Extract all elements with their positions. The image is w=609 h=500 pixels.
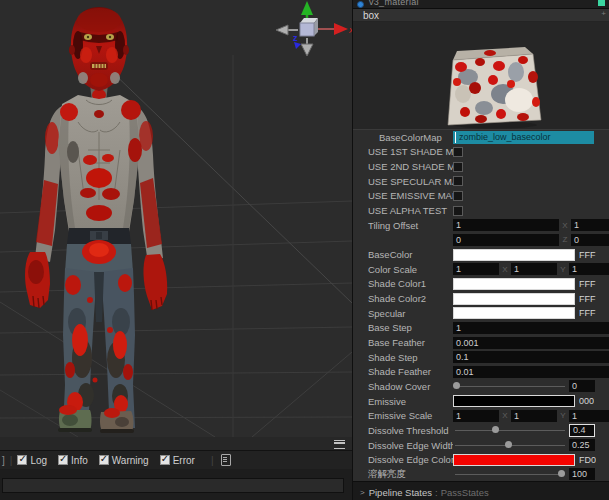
property-row-basecolor: BaseColor FFF: [353, 247, 609, 262]
check-icon: ✓: [18, 453, 26, 464]
property-list: BaseColorMap zombie_low_basecolor USE 1S…: [353, 129, 609, 482]
emissive-scale-y-field[interactable]: 1: [511, 410, 557, 422]
color-scale-y-field[interactable]: 1: [511, 263, 557, 275]
base-feather-field[interactable]: 0.001: [453, 337, 609, 349]
filter-log[interactable]: ✓ Log: [17, 455, 47, 466]
property-label: USE EMISSIVE MAP: [353, 190, 453, 201]
property-label: Base Step: [353, 322, 453, 333]
separator: |: [10, 455, 13, 466]
filter-error[interactable]: ✓ Error: [160, 455, 195, 466]
tiling-z-field[interactable]: 0: [453, 234, 559, 246]
dissolve-brightness-slider[interactable]: [453, 468, 567, 480]
dissolve-brightness-value[interactable]: 100: [569, 468, 595, 480]
pipeline-states-value: PassStates: [441, 487, 489, 498]
property-row-use-alpha-test: USE ALPHA TEST: [353, 203, 609, 218]
check-icon: ✓: [161, 453, 169, 464]
property-row-dissolve-threshold: Dissolve Threshold 0.4: [353, 423, 609, 438]
property-label: USE SPECULAR MAP: [353, 176, 453, 187]
material-editor-window: x z ] | ✓ Log ✓ Info ✓ Warning: [0, 0, 609, 500]
base-step-field[interactable]: 1: [453, 322, 609, 334]
object-name: box: [353, 10, 379, 21]
info-checkbox[interactable]: ✓: [58, 455, 68, 465]
menu-icon[interactable]: [334, 440, 345, 449]
property-row-shade-feather: Shade Feather 0.01: [353, 365, 609, 380]
chevron-right-icon[interactable]: >: [360, 488, 365, 497]
shade-color2-swatch[interactable]: [453, 293, 575, 305]
log-checkbox[interactable]: ✓: [17, 455, 27, 465]
shadow-cover-value[interactable]: 0: [569, 380, 595, 392]
emissive-scale-x-field[interactable]: 1: [453, 410, 499, 422]
property-label: Dissolve Threshold: [353, 425, 453, 436]
expand-icon[interactable]: +: [601, 9, 606, 18]
hex-value: FFF: [579, 308, 596, 318]
property-label: Shade Step: [353, 352, 453, 363]
filter-info[interactable]: ✓ Info: [58, 455, 88, 466]
axis-label-y: Y: [557, 411, 569, 420]
property-row-dissolve-edge-color: Dissolve Edge Color FD0: [353, 452, 609, 467]
use-2nd-shade-map-checkbox[interactable]: [453, 162, 463, 172]
texture-field[interactable]: zombie_low_basecolor: [453, 131, 594, 144]
pipeline-separator: :: [435, 487, 438, 498]
property-row-shade-color2: Shade Color2 FFF: [353, 291, 609, 306]
filter-warning[interactable]: ✓ Warning: [99, 455, 149, 466]
material-sphere-icon: [357, 1, 364, 8]
property-label: Shade Feather: [353, 366, 453, 377]
material-preview[interactable]: [353, 22, 609, 130]
property-row-emissive: Emissive 000: [353, 394, 609, 409]
dissolve-threshold-value[interactable]: 0.4: [569, 424, 595, 437]
basecolor-swatch[interactable]: [453, 249, 575, 261]
shadow-cover-slider[interactable]: [453, 380, 567, 392]
console-input[interactable]: [2, 478, 344, 493]
shade-color1-swatch[interactable]: [453, 278, 575, 290]
hex-value: 000: [579, 396, 594, 406]
log-file-icon[interactable]: [221, 454, 231, 466]
property-row-dissolve-brightness: 溶解亮度 100: [353, 467, 609, 482]
console-panel: ] | ✓ Log ✓ Info ✓ Warning ✓ Error |: [0, 437, 352, 500]
warning-checkbox[interactable]: ✓: [99, 455, 109, 465]
error-checkbox[interactable]: ✓: [160, 455, 170, 465]
property-row-tiling-offset-2: 0 Z 0: [353, 233, 609, 248]
property-row-use-2nd-shade-map: USE 2ND SHADE MAP: [353, 159, 609, 174]
tiling-x-field[interactable]: 1: [453, 219, 559, 231]
axis-label-x: X: [559, 221, 571, 230]
tiling-z2-field[interactable]: 0: [571, 234, 609, 246]
object-header[interactable]: box +: [353, 8, 609, 22]
shade-step-field[interactable]: 0.1: [453, 351, 609, 363]
viewport-3d[interactable]: x z: [0, 0, 352, 437]
axis-label-y: Y: [557, 265, 569, 274]
dissolve-edge-width-slider[interactable]: [453, 439, 567, 451]
filter-warning-label: Warning: [112, 455, 149, 466]
color-scale-x-field[interactable]: 1: [453, 263, 499, 275]
shade-feather-field[interactable]: 0.01: [453, 366, 609, 378]
dissolve-threshold-slider[interactable]: [453, 424, 567, 436]
use-1st-shade-map-checkbox[interactable]: [453, 147, 463, 157]
gizmo-center-cube: [300, 23, 314, 36]
pipeline-section: > Pipeline States : PassStates: [353, 481, 609, 500]
dissolve-edge-width-value[interactable]: 0.25: [569, 439, 595, 451]
axis-label-x: X: [499, 265, 511, 274]
property-label: 溶解亮度: [353, 468, 453, 481]
material-preview-cube: [353, 22, 609, 129]
emissive-scale-z-field[interactable]: 1: [569, 410, 609, 422]
asset-tab[interactable]: v3_material: [353, 0, 609, 8]
emissive-swatch[interactable]: [453, 395, 575, 407]
property-row-basecolormap: BaseColorMap zombie_low_basecolor: [353, 130, 609, 145]
color-scale-z-field[interactable]: 1: [569, 263, 609, 275]
property-label: Base Feather: [353, 337, 453, 348]
tiling-x2-field[interactable]: 1: [571, 219, 609, 231]
property-row-use-emissive-map: USE EMISSIVE MAP: [353, 189, 609, 204]
viewport-canvas: x z: [0, 0, 352, 437]
property-row-shade-color1: Shade Color1 FFF: [353, 277, 609, 292]
property-row-dissolve-edge-width: Dissolve Edge Width 0.25: [353, 438, 609, 453]
green-status-square: [598, 0, 605, 6]
check-icon: ✓: [59, 453, 67, 464]
specular-swatch[interactable]: [453, 307, 575, 319]
pipeline-states-row[interactable]: > Pipeline States : PassStates: [353, 485, 609, 500]
use-specular-map-checkbox[interactable]: [453, 176, 463, 186]
dissolve-edge-color-swatch[interactable]: [453, 454, 575, 466]
use-alpha-test-checkbox[interactable]: [453, 206, 463, 216]
hex-value: FD0: [579, 455, 596, 465]
use-emissive-map-checkbox[interactable]: [453, 191, 463, 201]
property-label: Specular: [353, 308, 453, 319]
pipeline-states-label: Pipeline States: [369, 487, 432, 498]
